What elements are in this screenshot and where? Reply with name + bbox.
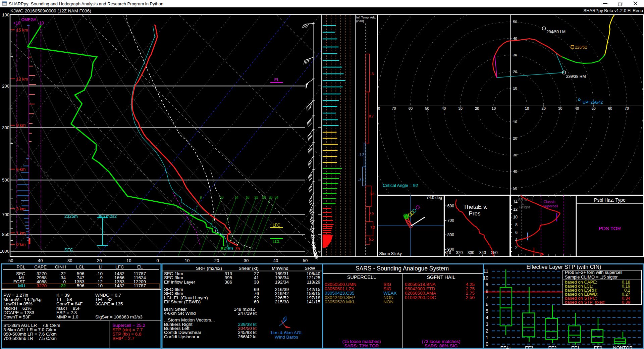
svg-text:Height: Height <box>519 205 530 209</box>
svg-text:Sample CLIMO = .15 sigtor: Sample CLIMO = .15 sigtor <box>565 275 618 280</box>
svg-text:340: 340 <box>479 250 486 255</box>
svg-text:330: 330 <box>468 250 474 255</box>
svg-text:141/15: 141/15 <box>307 299 320 304</box>
svg-text:10: 10 <box>513 215 518 219</box>
svg-text:SigSvr = 106363 m3/s3: SigSvr = 106363 m3/s3 <box>95 314 143 319</box>
svg-text:26: 26 <box>262 196 266 199</box>
svg-text:215/38: 215/38 <box>275 299 289 304</box>
svg-text:SHARPpy Beta v1.2.0 El Reno: SHARPpy Beta v1.2.0 El Reno <box>583 8 643 13</box>
svg-text:Critical Angle = 92: Critical Angle = 92 <box>383 183 418 188</box>
svg-text:1.3: 1.3 <box>369 72 374 76</box>
svg-text:10: 10 <box>483 275 488 281</box>
svg-text:50: 50 <box>303 258 308 263</box>
svg-text:2: 2 <box>486 328 488 334</box>
svg-text:40: 40 <box>513 37 517 41</box>
svg-text:10: 10 <box>513 120 517 124</box>
svg-text:SHARPpy: Sounding and Hodograp: SHARPpy: Sounding and Hodograph Analysis… <box>9 1 163 6</box>
svg-text:LFC: LFC <box>273 223 280 228</box>
svg-text:-1.2: -1.2 <box>358 153 364 157</box>
svg-text:20: 20 <box>542 106 546 110</box>
svg-text:4: 4 <box>486 315 488 320</box>
svg-text:3CAPE = 135: 3CAPE = 135 <box>95 301 123 306</box>
svg-text:MnWind: MnWind <box>272 266 288 271</box>
svg-text:SRW: SRW <box>305 266 315 271</box>
svg-text:10: 10 <box>492 106 496 110</box>
svg-text:3.6: 3.6 <box>370 192 374 196</box>
svg-text:0: 0 <box>378 106 380 110</box>
svg-text:30: 30 <box>459 106 463 110</box>
svg-text:204/50 LM: 204/50 LM <box>546 30 566 34</box>
svg-text:NON: NON <box>383 299 393 304</box>
svg-text:1: 1 <box>486 335 488 340</box>
svg-text:-50: -50 <box>7 258 13 263</box>
svg-text:EF1: EF1 <box>571 345 580 349</box>
svg-text:226/52: 226/52 <box>575 45 587 50</box>
svg-text:300: 300 <box>2 125 9 130</box>
svg-text:5.5: 5.5 <box>369 238 374 241</box>
svg-text:1000: 1000 <box>0 249 9 254</box>
svg-text:14: 14 <box>234 196 238 199</box>
svg-text:Inf. Temp. Adv.: Inf. Temp. Adv. <box>356 16 376 19</box>
svg-text:1 km: 1 km <box>16 231 25 236</box>
svg-text:600: 600 <box>447 204 454 208</box>
svg-text:60: 60 <box>608 106 612 110</box>
svg-text:Shear (kt): Shear (kt) <box>238 266 258 271</box>
svg-text:50: 50 <box>425 106 429 110</box>
svg-text:70: 70 <box>625 106 629 110</box>
svg-text:+10: +10 <box>13 21 20 26</box>
svg-text:-30: -30 <box>66 258 72 263</box>
svg-text:Wind Barbs: Wind Barbs <box>275 335 298 340</box>
svg-text:0.39: 0.39 <box>622 300 630 305</box>
svg-text:0.7: 0.7 <box>369 114 374 118</box>
svg-text:DownT = 53F: DownT = 53F <box>3 314 31 319</box>
svg-text:8: 8 <box>486 289 488 294</box>
svg-text:700-500mb LR = 7.5 C/km: 700-500mb LR = 7.5 C/km <box>3 336 57 341</box>
svg-text:310: 310 <box>444 250 451 255</box>
svg-text:CINH: CINH <box>55 264 66 269</box>
svg-text:20: 20 <box>513 136 517 140</box>
svg-text:30: 30 <box>558 106 562 110</box>
svg-text:LCL: LCL <box>76 264 85 269</box>
svg-text:50: 50 <box>513 186 517 190</box>
svg-text:200: 200 <box>2 84 9 89</box>
svg-text:700: 700 <box>447 218 454 223</box>
svg-text:SARS - Sounding Analogue Syste: SARS - Sounding Analogue System <box>356 265 449 272</box>
svg-text:20: 20 <box>214 258 219 263</box>
svg-text:247/19 kt: 247/19 kt <box>238 311 257 316</box>
svg-text:MMP = 1.0: MMP = 1.0 <box>56 314 78 319</box>
svg-text:74.0 deg: 74.0 deg <box>426 195 442 200</box>
svg-text:03050520.MKL: 03050520.MKL <box>325 299 356 304</box>
svg-text:Corfidi Upshear =: Corfidi Upshear = <box>164 334 200 339</box>
svg-text:20: 20 <box>475 106 479 110</box>
svg-text:34: 34 <box>274 196 278 199</box>
svg-text:40: 40 <box>442 106 446 110</box>
svg-text:KJWG 20160509/0000 (12Z NA: KJWG 20160509/0000 (12Z NAM F036) <box>10 8 91 13</box>
svg-text:118/29: 118/29 <box>307 280 320 285</box>
svg-text:69: 69 <box>228 246 233 251</box>
svg-text:266/42 kt: 266/42 kt <box>238 334 257 339</box>
svg-text:Eff Inflow Layer: Eff Inflow Layer <box>164 280 195 285</box>
svg-text:14: 14 <box>513 200 518 204</box>
svg-text:EF4+: EF4+ <box>500 345 512 349</box>
svg-text:PDS TOR: PDS TOR <box>599 226 621 231</box>
svg-text:EL: EL <box>274 78 279 82</box>
svg-text:UP=266/42: UP=266/42 <box>583 100 603 105</box>
svg-text:75: 75 <box>235 246 240 251</box>
svg-text:SARS: 73% TOR: SARS: 73% TOR <box>344 343 379 348</box>
svg-text:10: 10 <box>513 86 517 90</box>
svg-text:7: 7 <box>486 295 488 300</box>
svg-text:20: 20 <box>513 70 517 74</box>
svg-text:40: 40 <box>575 106 579 110</box>
svg-text:PCL: PCL <box>16 264 25 269</box>
svg-text:69: 69 <box>254 299 259 304</box>
svg-text:Storm Slinky: Storm Slinky <box>379 251 401 256</box>
svg-text:0 km: 0 km <box>16 242 25 247</box>
svg-text:9: 9 <box>486 282 488 287</box>
svg-text:38: 38 <box>254 280 259 285</box>
svg-text:3 km: 3 km <box>16 206 25 211</box>
svg-text:12 km: 12 km <box>16 77 28 82</box>
svg-text:30: 30 <box>513 153 517 157</box>
svg-text:10: 10 <box>220 196 224 199</box>
svg-text:0: 0 <box>156 258 159 263</box>
svg-text:30: 30 <box>513 53 517 57</box>
